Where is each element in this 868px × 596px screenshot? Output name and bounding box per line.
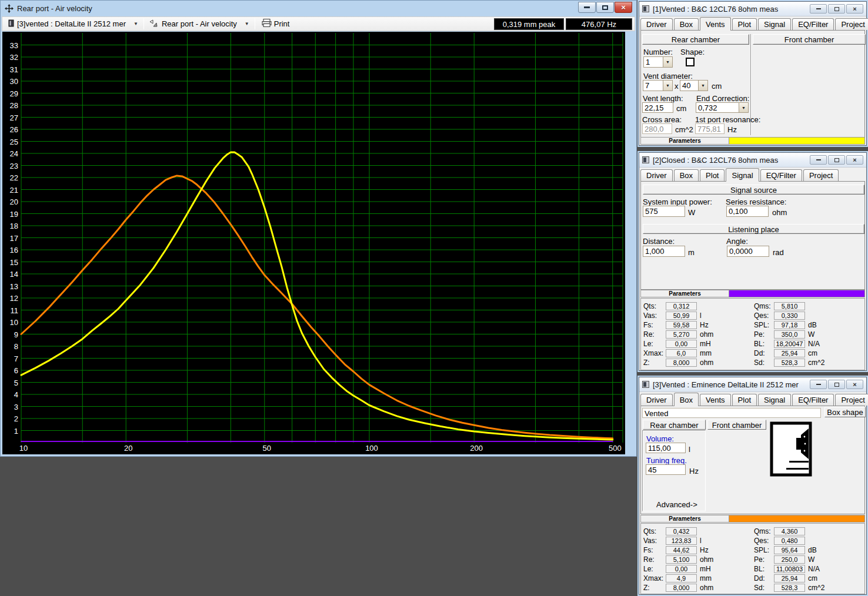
print-button[interactable]: Print <box>257 18 295 30</box>
svg-text:5: 5 <box>14 379 18 387</box>
close-button[interactable]: × <box>615 2 632 13</box>
box-panel: Vented Box shape Rear chamber Front cham… <box>640 406 865 514</box>
signal-source-header: Signal source <box>643 185 864 195</box>
tab-project[interactable]: Project <box>835 18 868 30</box>
parameter-unit: ohm <box>700 555 713 564</box>
maximize-button[interactable] <box>828 380 845 389</box>
tab-driver[interactable]: Driver <box>640 394 673 406</box>
tab-plot[interactable]: Plot <box>732 18 757 30</box>
close-button[interactable]: × <box>846 4 863 14</box>
parameter-value: 97,18 <box>774 321 805 329</box>
parameter-value: 0,00 <box>666 340 697 348</box>
rear-chamber-tab[interactable]: Rear chamber <box>643 420 706 430</box>
vent-width-combo[interactable]: 40 ▼ <box>680 80 708 91</box>
plot-window-titlebar[interactable]: Rear port - Air velocity × <box>1 0 636 16</box>
cross-area-label: Cross area: <box>642 115 682 124</box>
parameter-label: Re: <box>643 330 666 339</box>
close-button[interactable]: × <box>846 155 863 165</box>
air-velocity-chart[interactable]: 1234567891011121314151617181920212223242… <box>2 32 625 454</box>
parameter-row: Fs: 44,62 Hz <box>643 545 754 555</box>
minimize-button[interactable] <box>810 380 827 389</box>
tab-box[interactable]: Box <box>674 393 699 406</box>
input-power-field[interactable]: 575 <box>643 206 685 217</box>
svg-text:2: 2 <box>14 414 18 423</box>
svg-text:17: 17 <box>10 234 18 243</box>
parameter-unit: mH <box>700 340 711 348</box>
distance-label: Distance: <box>643 237 675 246</box>
parameter-row: Le: 0,00 mH <box>643 564 754 574</box>
minimize-button[interactable] <box>578 2 596 13</box>
window-2-titlebar[interactable]: [2]Closed : B&C 12CL76 8ohm meas × <box>639 153 866 168</box>
window-controls: × <box>810 380 863 389</box>
svg-text:14: 14 <box>10 270 18 279</box>
vent-diameter-combo[interactable]: 7 ▼ <box>643 80 673 91</box>
front-chamber-tab[interactable]: Front chamber <box>707 420 766 430</box>
tuning-freq-field[interactable]: 45 <box>646 464 686 475</box>
parameter-value: 50,99 <box>666 312 697 320</box>
tab-signal[interactable]: Signal <box>726 168 759 182</box>
distance-field[interactable]: 1,000 <box>643 246 685 257</box>
parameter-label: SPL: <box>754 546 774 554</box>
window-3-titlebar[interactable]: [3]Vented : Eminence DeltaLite II 2512 m… <box>639 377 866 392</box>
maximize-button[interactable] <box>828 4 845 14</box>
tab-signal[interactable]: Signal <box>758 18 791 30</box>
svg-text:21: 21 <box>10 186 18 195</box>
tab-eq-filter[interactable]: EQ/Filter <box>792 18 834 30</box>
tab-project[interactable]: Project <box>835 394 868 406</box>
parameters-button[interactable]: Parameters <box>641 138 729 144</box>
vent-length-field[interactable]: 22,15 <box>642 102 673 113</box>
window-1-title: [1]Vented : B&C 12CL76 8ohm meas <box>653 5 778 14</box>
window-controls: × <box>810 4 863 14</box>
tab-project[interactable]: Project <box>803 169 839 181</box>
minimize-button[interactable] <box>810 155 827 165</box>
parameter-label: Le: <box>643 565 666 573</box>
angle-field[interactable]: 0,0000 <box>727 246 769 257</box>
parameter-label: Qms: <box>754 527 774 535</box>
tab-vents[interactable]: Vents <box>700 17 731 31</box>
tab-signal[interactable]: Signal <box>758 394 791 406</box>
parameter-value: 44,62 <box>666 546 697 554</box>
minimize-button[interactable] <box>810 4 827 14</box>
maximize-button[interactable] <box>596 2 614 13</box>
driver-selector-dropdown[interactable]: [3]vented : DeltaLite II 2512 mer ▼ <box>5 18 142 30</box>
tab-plot[interactable]: Plot <box>700 169 725 181</box>
volume-field[interactable]: 115,00 <box>646 443 686 453</box>
tab-eq-filter[interactable]: EQ/Filter <box>792 394 834 406</box>
parameter-row: Qts: 0,312 <box>643 302 754 311</box>
tab-driver[interactable]: Driver <box>640 169 673 181</box>
parameters-button[interactable]: Parameters <box>641 290 729 297</box>
vent-number-combo[interactable]: 1 ▼ <box>643 56 673 68</box>
advanced-button[interactable]: Advanced-> <box>656 500 697 509</box>
window-icon <box>642 156 649 163</box>
parameter-row: Pe: 350,0 W <box>754 330 864 339</box>
parameters-button[interactable]: Parameters <box>641 515 729 522</box>
tab-box[interactable]: Box <box>674 18 699 30</box>
parameter-label: Sd: <box>754 359 774 367</box>
window-1-titlebar[interactable]: [1]Vented : B&C 12CL76 8ohm meas × <box>639 2 866 16</box>
maximize-button[interactable] <box>828 155 845 165</box>
tab-vents[interactable]: Vents <box>700 394 731 406</box>
end-correction-combo[interactable]: 0,732 ▼ <box>696 102 749 113</box>
parameter-value: 8,000 <box>666 584 697 592</box>
graph-type-dropdown[interactable]: Rear port - Air velocity ▼ <box>146 18 253 30</box>
parameter-unit: l <box>700 312 702 320</box>
vent-number-value: 1 <box>644 57 663 67</box>
volume-unit: l <box>689 445 690 454</box>
tab-box[interactable]: Box <box>674 169 699 181</box>
parameter-label: Le: <box>643 340 666 348</box>
parameter-label: Qes: <box>754 312 774 320</box>
parameter-label: Xmax: <box>643 349 666 357</box>
parameter-label: Xmax: <box>643 574 666 582</box>
parameter-value: 5,270 <box>666 330 697 339</box>
chevron-down-icon: ▼ <box>245 21 249 26</box>
series-resistance-field[interactable]: 0,100 <box>726 206 769 217</box>
tab-eq-filter[interactable]: EQ/Filter <box>760 169 802 181</box>
tab-plot[interactable]: Plot <box>732 394 757 406</box>
box-shape-button[interactable]: Box shape <box>824 407 866 417</box>
tab-driver[interactable]: Driver <box>640 18 673 30</box>
close-button[interactable]: × <box>846 380 863 389</box>
box-diagram <box>770 421 812 478</box>
window-controls: × <box>810 155 863 165</box>
vent-shape-square-icon[interactable] <box>686 58 695 66</box>
parameter-row: Qes: 0,480 <box>754 536 864 545</box>
